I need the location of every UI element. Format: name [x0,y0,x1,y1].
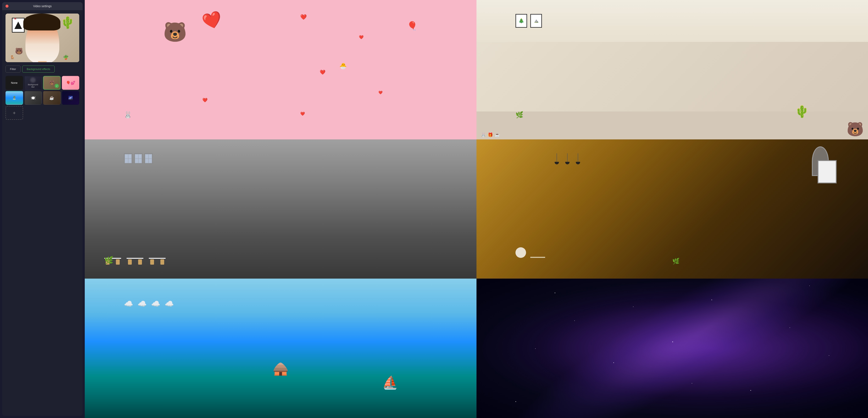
table-set-3 [149,258,166,265]
small-animals: 🐰 🎁 ☕ [481,132,500,137]
bg-cell-beach[interactable]: ☁️ ☁️ ☁️ ☁️ 🛖 ⛵ [85,279,476,418]
win-pane-6 [138,154,142,159]
hanging-light-3 [576,153,580,164]
chair-3 [128,259,132,265]
light-shade-1 [555,162,559,164]
heart-2: ❤️ [359,35,364,40]
chairs-3 [150,259,164,265]
cafe1-furniture [104,258,457,265]
beach-cell-content: ☁️ ☁️ ☁️ ☁️ 🛖 ⛵ [85,279,476,418]
chair-2 [116,259,120,265]
industrial-plant: 🌿 [672,258,680,265]
wall-canvas [817,160,837,183]
duck-char: 🐣 [339,63,347,70]
linefriends-cell-content: 🎄 ⛰️ 🐻 🌵 🐰 🎁 ☕ 🌿 [476,0,868,139]
win-frame-2 [134,153,143,164]
pink-emoji: 🎈💕 [66,80,75,85]
thumbnail-background-blur[interactable]: Backgroundblur [24,76,42,90]
tab-buttons: Filter Background effects [5,66,79,73]
star-2 [633,307,633,307]
heart-1: ❤️ [300,14,307,20]
thumbnail-cartoon[interactable]: 🐻 ✓ [43,76,61,90]
industrial-lights [555,153,580,164]
win-frame-1 [124,153,132,164]
light-cord-1 [557,153,557,162]
blur-label: Backgroundblur [28,83,38,88]
light-cord-3 [578,153,578,162]
bg-cell-line-friends[interactable]: 🎄 ⛰️ 🐻 🌵 🐰 🎁 ☕ 🌿 [476,0,868,139]
bg-cell-cafe1[interactable]: 🌿 [85,139,476,279]
win-pane-8 [138,159,142,163]
beach-clouds: ☁️ ☁️ ☁️ ☁️ [124,300,174,308]
cloud-3: ☁️ [151,300,160,308]
blur-icon [30,77,36,83]
small-animal-3: ☕ [495,132,500,137]
thumbnail-beach[interactable]: 🏝️ [5,91,23,105]
thumbnails-grid: None Backgroundblur 🐻 ✓ 🎈💕 🏝️ [5,76,79,120]
milky-way [482,279,863,418]
filter-tab[interactable]: Filter [5,66,21,73]
table-top-2 [126,258,144,259]
cloud-2: ☁️ [137,300,147,308]
chair-4 [138,259,142,265]
video-preview: 🎀 🏔 🌵 🐻 🪑 🪴 [5,13,79,62]
bear-bunny-char: 🐻 [163,21,187,43]
background-effects-tab[interactable]: Background effects [22,66,55,73]
light-shade-3 [576,162,580,164]
stars-container [476,279,868,418]
star-11 [575,320,575,321]
big-bear-char: 🐻 [846,121,864,137]
bg-cell-industrial[interactable]: 🌿 [476,139,868,279]
cafe1-plant: 🌿 [104,256,114,265]
beach-emoji: 🏝️ [12,96,17,100]
cloud-4: ☁️ [165,300,174,308]
selected-check: ✓ [55,84,59,88]
star-1 [555,292,555,293]
round-table-1 [516,247,526,258]
thumbnail-cafe2[interactable]: ☕ [43,91,61,105]
small-animal-1: 🐰 [481,132,486,137]
room-cactus: 🌵 [795,105,809,118]
window-close-button[interactable] [5,5,8,8]
person-overlay [5,13,79,62]
cartoon-emoji: 🐻 [49,80,55,86]
win-frame-3 [144,153,153,164]
hair-top [23,13,60,31]
thumbnail-none[interactable]: None [5,76,23,90]
table-set-2 [126,258,144,265]
win-pane-10 [149,154,152,159]
hanging-light-2 [565,153,569,164]
bg-cell-galaxy[interactable] [476,279,868,418]
beach-hut: 🛖 [273,361,288,376]
star-8 [750,390,751,391]
neck [38,61,46,62]
pink-cell-content: 🐻 ❤️ ❤️ ❤️ ❤️ ❤️ ❤️ ❤️ 🎈 🐣 🐰 [85,0,476,139]
thumbnail-add[interactable]: + [5,106,23,120]
thumbnail-cafe1[interactable]: 🍽️ [24,91,42,105]
cafe1-windows [124,153,153,164]
galaxy-emoji: 🌌 [68,96,73,100]
star-13 [829,355,829,356]
window-content: 🎀 🏔 🌵 🐻 🪑 🪴 [2,10,83,416]
preview-background: 🎀 🏔 🌵 🐻 🪑 🪴 [5,13,79,62]
heart-6: ❤️ [300,111,305,116]
cafe1-emoji: 🍽️ [31,96,35,100]
win-pane-1 [125,154,128,159]
hearts-container: 🐻 ❤️ ❤️ ❤️ ❤️ ❤️ ❤️ ❤️ 🎈 🐣 🐰 [85,0,476,139]
table-top-3 [149,258,166,259]
win-pane-5 [135,154,138,159]
win-pane-7 [135,159,138,163]
chair-6 [160,259,164,265]
star-5 [535,348,535,349]
win-pane-3 [125,159,128,163]
heart-5: ❤️ [202,98,208,103]
industrial-cell-content: 🌿 [476,139,868,279]
thumbnail-galaxy[interactable]: 🌌 [62,91,80,105]
window-titlebar: Video settings [2,2,83,10]
thumbnail-pink-hearts[interactable]: 🎈💕 [62,76,80,90]
background-grid-panel: 🐻 ❤️ ❤️ ❤️ ❤️ ❤️ ❤️ ❤️ 🎈 🐣 🐰 [85,0,868,418]
bg-cell-pink-cartoon[interactable]: 🐻 ❤️ ❤️ ❤️ ❤️ ❤️ ❤️ ❤️ 🎈 🐣 🐰 [85,0,476,139]
round-tabletop [516,247,526,258]
industrial-tables [516,247,545,258]
cloud-1: ☁️ [124,300,133,308]
